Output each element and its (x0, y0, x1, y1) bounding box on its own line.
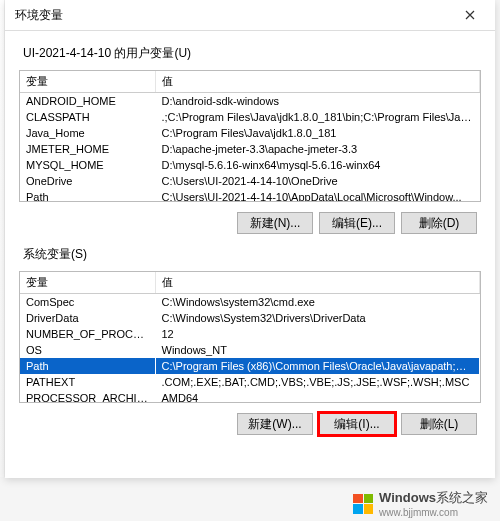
var-value-cell: .COM;.EXE;.BAT;.CMD;.VBS;.VBE;.JS;.JSE;.… (155, 374, 480, 390)
close-icon (465, 10, 475, 20)
dialog-title: 环境变量 (15, 7, 63, 24)
sys-vars-table-frame: 变量 值 ComSpecC:\Windows\system32\cmd.exeD… (19, 271, 481, 403)
user-edit-button[interactable]: 编辑(E)... (319, 212, 395, 234)
col-val[interactable]: 值 (155, 272, 480, 294)
var-name-cell: ANDROID_HOME (20, 93, 155, 109)
var-name-cell: DriverData (20, 310, 155, 326)
watermark-url: www.bjjmmw.com (379, 507, 488, 518)
table-row[interactable]: MYSQL_HOMED:\mysql-5.6.16-winx64\mysql-5… (20, 157, 480, 173)
var-name-cell: OS (20, 342, 155, 358)
var-name-cell: JMETER_HOME (20, 141, 155, 157)
var-name-cell: Path (20, 358, 155, 374)
sys-edit-button[interactable]: 编辑(I)... (319, 413, 395, 435)
user-vars-table-frame: 变量 值 ANDROID_HOMED:\android-sdk-windowsC… (19, 70, 481, 202)
var-value-cell: C:\Windows\System32\Drivers\DriverData (155, 310, 480, 326)
watermark-text: Windows系统之家 www.bjjmmw.com (379, 489, 488, 518)
var-name-cell: Java_Home (20, 125, 155, 141)
sys-new-button[interactable]: 新建(W)... (237, 413, 313, 435)
env-vars-dialog: 环境变量 UI-2021-4-14-10 的用户变量(U) 变量 值 ANDRO… (5, 0, 495, 478)
col-val[interactable]: 值 (155, 71, 480, 93)
sys-delete-button[interactable]: 删除(L) (401, 413, 477, 435)
table-row[interactable]: Java_HomeC:\Program Files\Java\jdk1.8.0_… (20, 125, 480, 141)
var-value-cell: C:\Program Files (x86)\Common Files\Orac… (155, 358, 480, 374)
table-row[interactable]: JMETER_HOMED:\apache-jmeter-3.3\apache-j… (20, 141, 480, 157)
table-row[interactable]: DriverDataC:\Windows\System32\Drivers\Dr… (20, 310, 480, 326)
var-name-cell: CLASSPATH (20, 109, 155, 125)
table-row[interactable]: ComSpecC:\Windows\system32\cmd.exe (20, 294, 480, 310)
close-button[interactable] (451, 4, 489, 26)
var-value-cell: .;C:\Program Files\Java\jdk1.8.0_181\bin… (155, 109, 480, 125)
col-var[interactable]: 变量 (20, 71, 155, 93)
user-vars-scroll[interactable]: ANDROID_HOMED:\android-sdk-windowsCLASSP… (20, 93, 480, 201)
watermark: Windows系统之家 www.bjjmmw.com (353, 489, 488, 518)
table-row[interactable]: ANDROID_HOMED:\android-sdk-windows (20, 93, 480, 109)
var-name-cell: Path (20, 189, 155, 201)
table-row[interactable]: OneDriveC:\Users\UI-2021-4-14-10\OneDriv… (20, 173, 480, 189)
var-name-cell: PATHEXT (20, 374, 155, 390)
var-value-cell: D:\android-sdk-windows (155, 93, 480, 109)
col-var[interactable]: 变量 (20, 272, 155, 294)
user-new-button[interactable]: 新建(N)... (237, 212, 313, 234)
var-name-cell: MYSQL_HOME (20, 157, 155, 173)
sys-vars-table[interactable]: 变量 值 (20, 272, 480, 294)
user-delete-button[interactable]: 删除(D) (401, 212, 477, 234)
user-button-row: 新建(N)... 编辑(E)... 删除(D) (19, 212, 477, 234)
var-name-cell: NUMBER_OF_PROCESSORS (20, 326, 155, 342)
windows-logo-icon (353, 494, 373, 514)
user-vars-label: UI-2021-4-14-10 的用户变量(U) (23, 45, 481, 62)
table-row[interactable]: CLASSPATH.;C:\Program Files\Java\jdk1.8.… (20, 109, 480, 125)
var-value-cell: C:\Users\UI-2021-4-14-10\AppData\Local\M… (155, 189, 480, 201)
var-value-cell: Windows_NT (155, 342, 480, 358)
dialog-titlebar: 环境变量 (5, 0, 495, 31)
var-value-cell: D:\apache-jmeter-3.3\apache-jmeter-3.3 (155, 141, 480, 157)
sys-vars-label: 系统变量(S) (23, 246, 481, 263)
var-value-cell: C:\Users\UI-2021-4-14-10\OneDrive (155, 173, 480, 189)
var-value-cell: AMD64 (155, 390, 480, 402)
var-value-cell: D:\mysql-5.6.16-winx64\mysql-5.6.16-winx… (155, 157, 480, 173)
table-row[interactable]: PathC:\Users\UI-2021-4-14-10\AppData\Loc… (20, 189, 480, 201)
watermark-brand: Windows (379, 490, 436, 505)
table-row[interactable]: PATHEXT.COM;.EXE;.BAT;.CMD;.VBS;.VBE;.JS… (20, 374, 480, 390)
var-name-cell: OneDrive (20, 173, 155, 189)
sys-button-row: 新建(W)... 编辑(I)... 删除(L) (19, 413, 477, 435)
table-row[interactable]: PROCESSOR_ARCHITECT...AMD64 (20, 390, 480, 402)
table-row[interactable]: OSWindows_NT (20, 342, 480, 358)
var-name-cell: PROCESSOR_ARCHITECT... (20, 390, 155, 402)
var-name-cell: ComSpec (20, 294, 155, 310)
var-value-cell: C:\Windows\system32\cmd.exe (155, 294, 480, 310)
user-vars-table[interactable]: 变量 值 (20, 71, 480, 93)
table-row[interactable]: NUMBER_OF_PROCESSORS12 (20, 326, 480, 342)
var-value-cell: C:\Program Files\Java\jdk1.8.0_181 (155, 125, 480, 141)
table-row[interactable]: PathC:\Program Files (x86)\Common Files\… (20, 358, 480, 374)
var-value-cell: 12 (155, 326, 480, 342)
watermark-site: 系统之家 (436, 490, 488, 505)
sys-vars-scroll[interactable]: ComSpecC:\Windows\system32\cmd.exeDriver… (20, 294, 480, 402)
